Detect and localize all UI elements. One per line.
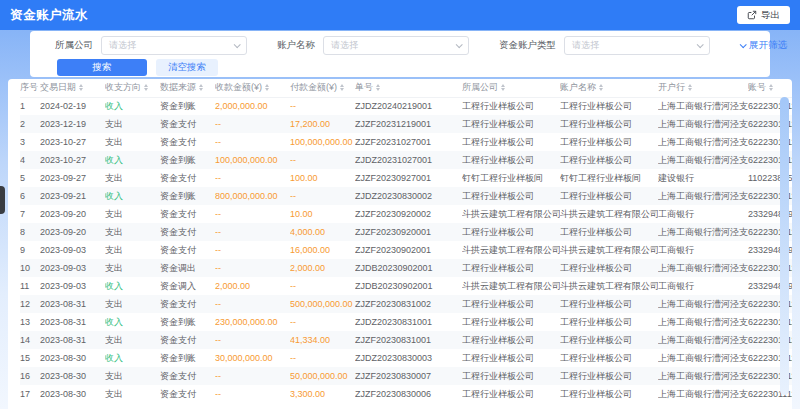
table-row: 122023-08-31支出资金支付--500,000,000.00ZJZF20… bbox=[20, 295, 792, 313]
cell-trade_date: 2023-09-03 bbox=[40, 277, 105, 295]
cell-pay_amount: -- bbox=[290, 187, 355, 205]
column-header-receive_amount[interactable]: 收款金额(¥) bbox=[215, 79, 290, 97]
cell-bank: 上海工商银行漕河泾支行 bbox=[658, 133, 748, 151]
transactions-table: 序号交易日期收支方向数据来源收款金额(¥)付款金额(¥)单号所属公司账户名称开户… bbox=[20, 79, 792, 403]
cell-doc_no: ZJZF20230830006 bbox=[355, 385, 462, 403]
cell-receive_amount: -- bbox=[215, 259, 290, 277]
table-row: 12024-02-19收入资金到账2,000,000.00--ZJDZ20240… bbox=[20, 97, 792, 115]
sort-caret-icon[interactable] bbox=[688, 84, 692, 91]
column-label-index: 序号 bbox=[20, 81, 38, 94]
column-header-source[interactable]: 数据来源 bbox=[160, 79, 215, 97]
filter-label-account_type: 资金账户类型 bbox=[499, 39, 556, 52]
column-label-doc_no: 单号 bbox=[355, 81, 373, 94]
cell-source: 资金支付 bbox=[160, 115, 215, 133]
filter-fields: 所属公司请选择账户名称请选择资金账户类型请选择 bbox=[42, 36, 740, 55]
page-body: 所属公司请选择账户名称请选择资金账户类型请选择 展开筛选 搜索 清空搜索 序号交… bbox=[0, 30, 800, 409]
cell-doc_no: ZJDB20230902001 bbox=[355, 277, 462, 295]
cell-receive_amount: -- bbox=[215, 295, 290, 313]
export-button[interactable]: 导出 bbox=[737, 6, 790, 24]
page-title: 资金账户流水 bbox=[10, 7, 88, 24]
column-header-pay_amount[interactable]: 付款金额(¥) bbox=[290, 79, 355, 97]
cell-bank: 上海工商银行漕河泾支行 bbox=[658, 295, 748, 313]
cell-index: 11 bbox=[20, 277, 40, 295]
column-label-bank: 开户行 bbox=[658, 81, 685, 94]
cell-pay_amount: 10.00 bbox=[290, 205, 355, 223]
cell-pay_amount: 100,000,000.00 bbox=[290, 133, 355, 151]
cell-trade_date: 2023-08-31 bbox=[40, 313, 105, 331]
account_type-select[interactable]: 请选择 bbox=[564, 36, 710, 55]
cell-index: 12 bbox=[20, 295, 40, 313]
cell-direction: 支出 bbox=[105, 223, 160, 241]
sort-caret-icon[interactable] bbox=[376, 84, 380, 91]
cell-index: 17 bbox=[20, 385, 40, 403]
cell-doc_no: ZJZF20230831001 bbox=[355, 331, 462, 349]
cell-account_name: 斗拱云建筑工程有限公司 bbox=[560, 277, 658, 295]
cell-index: 13 bbox=[20, 313, 40, 331]
sort-caret-icon[interactable] bbox=[769, 84, 773, 91]
cell-trade_date: 2023-08-30 bbox=[40, 385, 105, 403]
cell-source: 资金支付 bbox=[160, 133, 215, 151]
sort-caret-icon[interactable] bbox=[144, 84, 148, 91]
sort-caret-icon[interactable] bbox=[199, 84, 203, 91]
cell-receive_amount: -- bbox=[215, 133, 290, 151]
column-header-account_name[interactable]: 账户名称 bbox=[560, 79, 658, 97]
cell-account_name: 工程行业样板公司 bbox=[560, 97, 658, 115]
column-header-company[interactable]: 所属公司 bbox=[462, 79, 560, 97]
cell-direction: 支出 bbox=[105, 259, 160, 277]
cell-trade_date: 2023-09-20 bbox=[40, 223, 105, 241]
sort-caret-icon[interactable] bbox=[79, 84, 83, 91]
cell-index: 3 bbox=[20, 133, 40, 151]
account_name-select[interactable]: 请选择 bbox=[323, 36, 469, 55]
cell-direction: 支出 bbox=[105, 241, 160, 259]
cell-pay_amount: 100.00 bbox=[290, 169, 355, 187]
cell-receive_amount: -- bbox=[215, 205, 290, 223]
cell-pay_amount: 16,000.00 bbox=[290, 241, 355, 259]
cell-company: 斗拱云建筑工程有限公司 bbox=[462, 277, 560, 295]
table-row: 52023-09-27支出资金支付--100.00ZJZF20230927001… bbox=[20, 169, 792, 187]
cell-doc_no: ZJDB20230902001 bbox=[355, 259, 462, 277]
floating-side-widget[interactable] bbox=[0, 186, 5, 214]
cell-index: 4 bbox=[20, 151, 40, 169]
cell-company: 工程行业样板公司 bbox=[462, 385, 560, 403]
column-header-bank[interactable]: 开户行 bbox=[658, 79, 748, 97]
cell-bank: 工商银行 bbox=[658, 277, 748, 295]
table-row: 172023-08-30支出资金支付--3,300.00ZJZF20230830… bbox=[20, 385, 792, 403]
cell-direction: 收入 bbox=[105, 313, 160, 331]
search-button[interactable]: 搜索 bbox=[57, 59, 147, 76]
cell-source: 资金到账 bbox=[160, 313, 215, 331]
vertical-scrollbar[interactable] bbox=[780, 97, 789, 395]
cell-index: 5 bbox=[20, 169, 40, 187]
company-select[interactable]: 请选择 bbox=[101, 36, 247, 55]
column-header-direction[interactable]: 收支方向 bbox=[105, 79, 160, 97]
clear-search-button[interactable]: 清空搜索 bbox=[156, 59, 218, 76]
cell-company: 工程行业样板公司 bbox=[462, 133, 560, 151]
cell-receive_amount: -- bbox=[215, 223, 290, 241]
table-row: 162023-08-30支出资金支付--50,000,000.00ZJZF202… bbox=[20, 367, 792, 385]
cell-doc_no: ZJZF20230920001 bbox=[355, 223, 462, 241]
cell-trade_date: 2023-09-27 bbox=[40, 169, 105, 187]
cell-direction: 支出 bbox=[105, 115, 160, 133]
cell-doc_no: ZJZF20230902001 bbox=[355, 241, 462, 259]
cell-source: 资金到账 bbox=[160, 151, 215, 169]
column-header-doc_no[interactable]: 单号 bbox=[355, 79, 462, 97]
cell-account_name: 斗拱云建筑工程有限公司 bbox=[560, 205, 658, 223]
cell-account_name: 斗拱云建筑工程有限公司 bbox=[560, 241, 658, 259]
sort-caret-icon[interactable] bbox=[599, 84, 603, 91]
column-label-company: 所属公司 bbox=[462, 81, 498, 94]
cell-company: 工程行业样板公司 bbox=[462, 187, 560, 205]
column-header-account_no[interactable]: 账号 bbox=[748, 79, 792, 97]
table-header-row: 序号交易日期收支方向数据来源收款金额(¥)付款金额(¥)单号所属公司账户名称开户… bbox=[20, 79, 792, 97]
cell-pay_amount: 3,300.00 bbox=[290, 385, 355, 403]
chevron-down-icon bbox=[740, 41, 747, 48]
cell-doc_no: ZJDZ20230830002 bbox=[355, 187, 462, 205]
expand-filters-link[interactable]: 展开筛选 bbox=[740, 39, 787, 52]
cell-direction: 收入 bbox=[105, 151, 160, 169]
cell-company: 工程行业样板公司 bbox=[462, 259, 560, 277]
cell-pay_amount: -- bbox=[290, 349, 355, 367]
cell-trade_date: 2023-10-27 bbox=[40, 133, 105, 151]
column-label-pay_amount: 付款金额(¥) bbox=[290, 81, 337, 94]
sort-caret-icon[interactable] bbox=[501, 84, 505, 91]
column-header-trade_date[interactable]: 交易日期 bbox=[40, 79, 105, 97]
sort-caret-icon[interactable] bbox=[340, 84, 344, 91]
sort-caret-icon[interactable] bbox=[265, 84, 269, 91]
